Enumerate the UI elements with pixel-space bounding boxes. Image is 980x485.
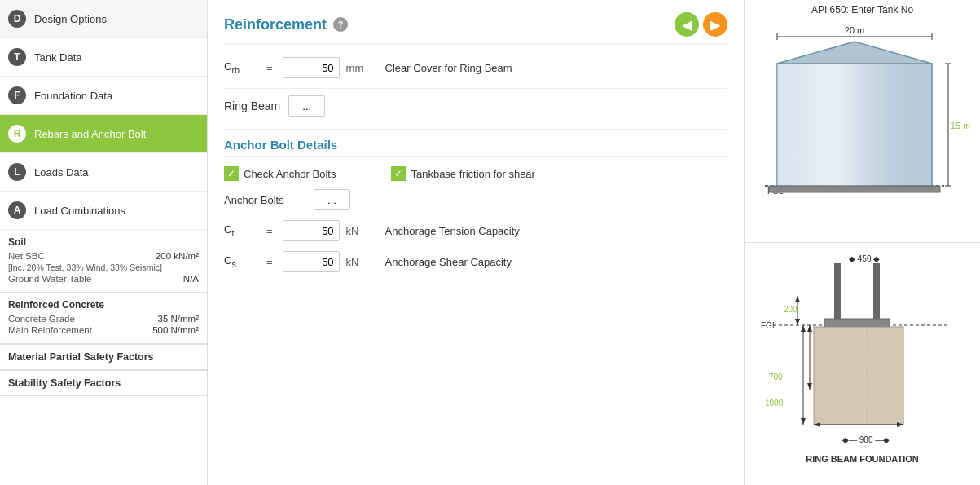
soil-sbc-label: Net SBC <box>8 251 45 261</box>
svg-marker-18 <box>795 296 800 302</box>
svg-text:200: 200 <box>784 305 798 314</box>
ct-input[interactable] <box>283 220 340 241</box>
sidebar-label-tank: Tank Data <box>34 51 82 64</box>
sidebar-item-foundation[interactable]: F Foundation Data <box>0 77 207 115</box>
nav-letter-rebars: R <box>8 125 26 143</box>
ct-desc: Anchorage Tension Capacity <box>385 225 520 237</box>
sidebar: D Design Options T Tank Data F Foundatio… <box>0 0 208 485</box>
sidebar-item-loads[interactable]: L Loads Data <box>0 153 207 192</box>
rebar-label: Main Reinforcement <box>8 325 92 335</box>
svg-rect-12 <box>777 64 932 186</box>
soil-title: Soil <box>8 236 199 248</box>
sidebar-label-design: Design Options <box>34 13 107 25</box>
concrete-row: Concrete Grade 35 N/mm² <box>8 314 199 324</box>
anchor-bolts-button[interactable]: ... <box>314 189 350 210</box>
crb-desc: Clear Cover for Ring Beam <box>385 62 512 74</box>
ring-beam-diagram: FGL 200 ◆ 450 ◆ 700 1000 <box>745 243 980 485</box>
check-anchor-label: Check Anchor Bolts <box>244 168 336 180</box>
svg-text:◆ 450 ◆: ◆ 450 ◆ <box>849 254 880 263</box>
sidebar-item-tank[interactable]: T Tank Data <box>0 38 207 77</box>
svg-text:◆— 900 —◆: ◆— 900 —◆ <box>842 435 890 444</box>
soil-gwt-row: Ground Water Table N/A <box>8 274 199 284</box>
crb-equals: = <box>266 62 273 74</box>
rebar-value: 500 N/mm² <box>152 325 199 335</box>
sidebar-label-foundation: Foundation Data <box>34 90 112 102</box>
help-icon-label: ? <box>338 20 344 29</box>
sidebar-label-combinations: Load Combinations <box>34 205 125 217</box>
ring-beam-button[interactable]: ... <box>288 95 325 117</box>
material-safety-label: Material Partial Safety Factors <box>8 351 154 363</box>
sidebar-item-combinations[interactable]: A Load Combinations <box>0 192 207 230</box>
soil-sbc-value: 200 kN/m² <box>156 251 199 261</box>
svg-marker-19 <box>795 319 800 325</box>
right-panel: API 650: Enter Tank No 20 m 15 m FGL <box>744 0 980 485</box>
tank-diagram-title: API 650: Enter Tank No <box>811 4 913 15</box>
check-anchor-icon[interactable]: ✓ <box>224 166 239 181</box>
cs-equals: = <box>266 256 273 268</box>
anchor-bolts-row: Anchor Bolts ... <box>224 189 727 210</box>
divider-1 <box>224 88 727 89</box>
cs-input[interactable] <box>283 251 340 272</box>
concrete-label: Concrete Grade <box>8 314 75 324</box>
soil-test-note: [Inc. 20% Test, 33% Wind, 33% Seismic] <box>8 262 199 272</box>
anchor-bolts-btn-label: ... <box>327 194 336 206</box>
soil-sbc-row: Net SBC 200 kN/m² <box>8 251 199 261</box>
svg-marker-11 <box>777 42 932 64</box>
tank-svg: 20 m 15 m FGL <box>753 19 973 227</box>
stability-safety-button[interactable]: Stability Safety Factors <box>0 370 207 396</box>
help-icon[interactable]: ? <box>333 17 348 32</box>
sidebar-item-design[interactable]: D Design Options <box>0 0 207 38</box>
sidebar-label-loads: Loads Data <box>34 166 89 179</box>
main-content: Reinforcement ? ◀ ▶ Crb = mm Clear Cover… <box>208 0 744 485</box>
nav-letter-loads: L <box>8 163 26 181</box>
rc-panel: Reinforced Concrete Concrete Grade 35 N/… <box>0 293 207 344</box>
nav-arrows: ◀ ▶ <box>675 12 727 37</box>
title-group: Reinforcement ? <box>224 16 348 33</box>
svg-rect-24 <box>814 327 903 425</box>
ct-label: Ct <box>224 223 257 238</box>
rebar-row: Main Reinforcement 500 N/mm² <box>8 325 199 335</box>
cs-subscript: s <box>231 259 235 269</box>
concrete-value: 35 N/mm² <box>158 314 199 324</box>
nav-letter-foundation: F <box>8 86 26 104</box>
arrow-left-button[interactable]: ◀ <box>675 12 699 37</box>
anchor-bolts-label: Anchor Bolts <box>224 194 305 206</box>
check-friction-label: Tankbase friction for shear <box>411 168 534 180</box>
crb-input[interactable] <box>283 57 340 78</box>
svg-rect-13 <box>769 186 940 192</box>
sidebar-item-rebars[interactable]: R Rebars and Anchor Bolt <box>0 115 207 153</box>
ring-beam-label: Ring Beam <box>224 99 280 112</box>
arrow-right-button[interactable]: ▶ <box>703 12 727 37</box>
material-safety-button[interactable]: Material Partial Safety Factors <box>0 344 207 370</box>
svg-marker-33 <box>801 418 806 425</box>
svg-rect-23 <box>824 319 890 327</box>
svg-text:20 m: 20 m <box>844 25 864 35</box>
cs-row: Cs = kN Anchorage Shear Capacity <box>224 251 727 272</box>
cs-label: Cs <box>224 254 257 269</box>
ct-subscript: t <box>231 228 234 238</box>
ring-beam-footer: RING BEAM FOUNDATION <box>806 454 919 464</box>
tank-diagram: API 650: Enter Tank No 20 m 15 m FGL <box>745 0 980 243</box>
svg-marker-29 <box>807 383 812 390</box>
section-header: Reinforcement ? ◀ ▶ <box>224 12 727 45</box>
svg-rect-22 <box>873 263 880 325</box>
section-title: Reinforcement <box>224 16 327 33</box>
ring-beam-row: Ring Beam ... <box>224 95 727 117</box>
soil-gwt-value: N/A <box>183 274 199 284</box>
nav-letter-combinations: A <box>8 201 26 219</box>
check-anchor-item: ✓ Check Anchor Bolts <box>224 166 336 181</box>
stability-safety-label: Stability Safety Factors <box>8 377 121 389</box>
sidebar-label-rebars: Rebars and Anchor Bolt <box>34 128 146 140</box>
crb-row: Crb = mm Clear Cover for Ring Beam <box>224 57 727 78</box>
check-friction-icon[interactable]: ✓ <box>391 166 406 181</box>
nav-letter-design: D <box>8 10 26 28</box>
checkbox-row: ✓ Check Anchor Bolts ✓ Tankbase friction… <box>224 166 727 181</box>
cs-unit: kN <box>346 256 371 268</box>
ct-row: Ct = kN Anchorage Tension Capacity <box>224 220 727 241</box>
nav-letter-tank: T <box>8 48 26 66</box>
cs-desc: Anchorage Shear Capacity <box>385 256 512 268</box>
ring-beam-btn-label: ... <box>302 100 311 112</box>
divider-2 <box>224 129 727 130</box>
anchor-section-title: Anchor Bolt Details <box>224 138 727 157</box>
svg-text:1000: 1000 <box>765 399 784 408</box>
